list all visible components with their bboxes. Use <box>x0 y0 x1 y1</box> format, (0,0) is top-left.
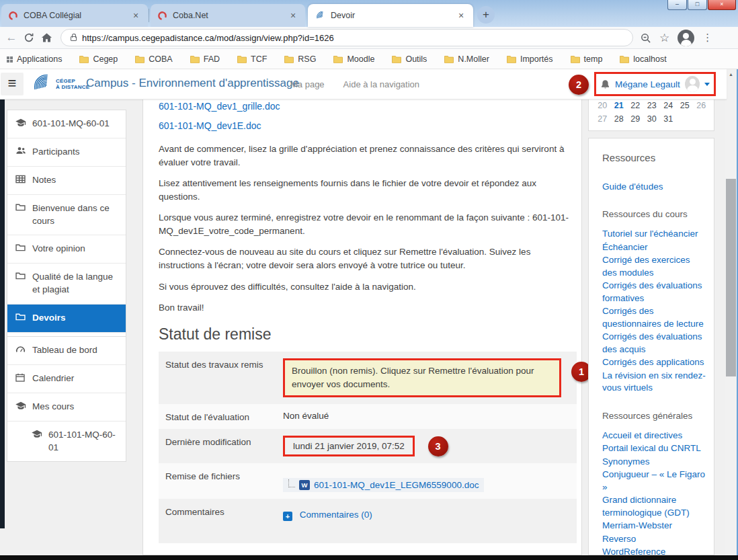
table-row-remise-fichiers: Remise de fichiers W 601-101-MQ_dev1E_LE… <box>159 463 577 499</box>
sidebar-item-mes-cours[interactable]: Mes cours <box>7 393 126 421</box>
home-icon[interactable] <box>38 32 55 43</box>
calendar-day: 23 <box>644 101 661 110</box>
resource-link[interactable]: Accueil et directives <box>602 430 706 442</box>
resource-link[interactable]: Échéancier <box>602 241 706 253</box>
menu-dots-icon[interactable]: ⋮ <box>702 32 712 44</box>
bookmark-star-icon[interactable]: ☆ <box>659 31 669 45</box>
submitted-file-link[interactable]: 601-101-MQ_dev1E_LEGM6559000.doc <box>314 480 479 490</box>
general-resources-title: Ressources générales <box>602 411 706 421</box>
resource-link[interactable]: Conjugueur – « Le Figaro » <box>602 469 706 493</box>
site-nav-panel: Tableau de bord Calendrier Mes cours 601… <box>7 336 126 462</box>
page-scrollbar[interactable]: ▲ <box>725 69 737 555</box>
resource-link-guide[interactable]: Guide d'études <box>602 181 706 193</box>
sidebar-item-calendrier[interactable]: Calendrier <box>7 364 126 393</box>
bookmark-folder[interactable]: localhost <box>620 54 666 64</box>
tab-close-icon[interactable]: × <box>288 10 298 21</box>
folder-icon <box>571 55 580 63</box>
address-bar[interactable]: https://campus.cegepadistance.ca/mod/ass… <box>60 29 633 46</box>
calendar-day-today[interactable]: 21 <box>611 101 628 110</box>
calendar-day: 27 <box>594 114 611 124</box>
file-link-devoir[interactable]: 601-101-MQ_dev1E.doc <box>159 120 261 131</box>
sidebar-item-bienvenue[interactable]: Bienvenue dans ce cours <box>7 194 126 235</box>
sidebar-item-devoirs-active[interactable]: Devoirs <box>7 304 126 332</box>
resource-link[interactable]: Corrigés des questionnaires de lecture <box>602 305 706 330</box>
bookmark-folder[interactable]: RSG <box>284 54 316 64</box>
resource-link[interactable]: Corrigé des exercices des modules <box>602 254 706 279</box>
resource-link[interactable]: Corrigés des évaluations formatives <box>602 280 706 305</box>
user-menu-annotated[interactable]: Mégane Legault <box>594 72 716 96</box>
resource-link[interactable]: Corrigés des évaluations des acquis <box>602 331 706 356</box>
chevron-down-icon[interactable] <box>704 83 710 86</box>
folder-icon <box>15 243 26 251</box>
resource-link[interactable]: Reverso <box>602 533 706 545</box>
resource-link[interactable]: Synonymes <box>602 456 706 468</box>
tab-devoir-active[interactable]: Devoir × <box>308 4 473 27</box>
zoom-icon[interactable] <box>640 32 651 44</box>
url-text[interactable]: https://campus.cegepadistance.ca/mod/ass… <box>82 33 334 43</box>
instruction-paragraph: Avant de commencer, lisez la grille d'ap… <box>159 143 570 169</box>
bookmark-folder[interactable]: N.Moller <box>444 54 489 64</box>
comments-link[interactable]: Commentaires (0) <box>300 510 372 520</box>
resource-link[interactable]: WordReference <box>602 546 706 555</box>
tab-close-icon[interactable]: × <box>130 10 141 21</box>
bell-icon[interactable] <box>600 79 610 89</box>
bookmark-folder[interactable]: Importés <box>507 54 553 64</box>
tab-coba-collegial[interactable]: COBA Collégial × <box>1 4 148 27</box>
section-title: Statut de remise <box>159 325 571 344</box>
new-tab-button[interactable]: + <box>477 6 495 24</box>
resource-link[interactable]: Grand dictionnaire terminologique (GDT) <box>602 494 706 519</box>
bookmark-folder[interactable]: Cegep <box>79 54 118 64</box>
file-link-grille[interactable]: 601-101-MQ_dev1_grille.doc <box>159 101 280 112</box>
bookmark-applications[interactable]: Applications <box>7 54 62 64</box>
calendar-day: 26 <box>693 101 710 110</box>
bookmark-folder[interactable]: COBA <box>135 54 172 64</box>
minimize-button[interactable]: – <box>667 0 687 10</box>
sidebar-item-course-child[interactable]: 601-101-MQ-60-01 <box>7 421 126 462</box>
nav-ma-page[interactable]: Ma page <box>290 79 325 89</box>
folder-icon <box>15 313 26 321</box>
tab-coba-net[interactable]: Coba.Net × <box>151 4 305 27</box>
scrollbar-up-arrow[interactable]: ▲ <box>725 69 737 80</box>
bookmark-folder[interactable]: Moodle <box>333 54 374 64</box>
resource-link[interactable]: Corrigés des applications <box>602 356 706 368</box>
hamburger-menu-icon[interactable]: ≡ <box>1 73 24 95</box>
window-controls: – □ × <box>667 0 736 10</box>
sidebar-item-course[interactable]: 601-101-MQ-60-01 <box>7 110 126 138</box>
calendar-day: 28 <box>611 114 628 124</box>
maximize-button[interactable]: □ <box>688 0 707 10</box>
user-avatar[interactable] <box>685 76 700 92</box>
submitted-file: W 601-101-MQ_dev1E_LEGM6559000.doc <box>283 478 484 492</box>
cegep-logo[interactable]: CÉGEPÀ DISTANCE <box>30 74 89 94</box>
graduation-cap-icon <box>15 401 26 410</box>
sidebar-item-tableau-de-bord[interactable]: Tableau de bord <box>7 337 126 364</box>
refresh-icon[interactable] <box>20 32 38 43</box>
nav-aide-navigation[interactable]: Aide à la navigation <box>343 79 419 89</box>
bookmark-folder[interactable]: Outils <box>392 54 427 64</box>
word-doc-icon: W <box>299 480 310 490</box>
resource-link[interactable]: Portail lexical du CNRTL <box>602 442 706 454</box>
site-header: ≡ CÉGEPÀ DISTANCE Campus - Environnement… <box>0 69 727 99</box>
sidebar-item-participants[interactable]: Participants <box>7 138 126 166</box>
bookmark-folder[interactable]: temp <box>571 54 603 64</box>
profile-icon[interactable] <box>678 30 694 46</box>
graduation-cap-icon <box>32 430 42 438</box>
sidebar-item-qualite-langue[interactable]: Qualité de la langue et plagiat <box>7 263 126 304</box>
window-close-button[interactable]: × <box>708 0 736 10</box>
bookmark-folder[interactable]: FAD <box>190 54 220 64</box>
browser-toolbar: ← https://campus.cegepadistance.ca/mod/a… <box>0 27 738 49</box>
expand-plus-icon[interactable]: + <box>283 512 292 521</box>
tab-close-icon[interactable]: × <box>456 10 466 21</box>
resource-link[interactable]: Merriam-Webster <box>602 520 706 532</box>
scrollbar-thumb[interactable] <box>726 179 736 376</box>
resource-link[interactable]: La révision en six rendez-vous virtuels <box>602 370 706 395</box>
left-edge-strip <box>0 99 5 528</box>
resource-link[interactable]: Tutoriel sur l'échéancier <box>602 228 706 240</box>
back-icon[interactable]: ← <box>3 31 20 44</box>
bookmark-folder[interactable]: TCF <box>237 54 267 64</box>
draft-status-annotated: Brouillon (non remis). Cliquez sur Remet… <box>283 358 561 398</box>
calendar-day: 20 <box>594 101 611 110</box>
bookmarks-bar: Applications Cegep COBA FAD TCF RSG Mood… <box>0 50 738 69</box>
user-name[interactable]: Mégane Legault <box>615 79 680 89</box>
sidebar-item-votre-opinion[interactable]: Votre opinion <box>7 235 126 263</box>
sidebar-item-notes[interactable]: Notes <box>7 166 126 194</box>
